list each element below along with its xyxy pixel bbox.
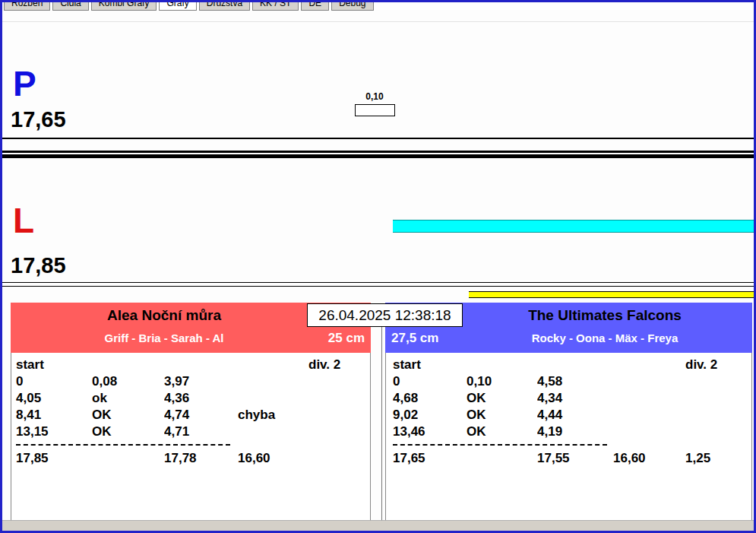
tab-de[interactable]: DE (301, 2, 329, 11)
cell: OK (467, 424, 537, 439)
cell: 4,05 (16, 391, 92, 406)
team-right-category: 27,5 cm (391, 331, 438, 346)
tab-kk-st[interactable]: KK / ST (252, 2, 299, 11)
tab-cidla[interactable]: Čidla (52, 2, 88, 11)
table-row: start div. 2 (11, 357, 370, 373)
table-row: 4,05 ok 4,36 (11, 390, 370, 407)
divider-band (2, 154, 754, 158)
cell: OK (92, 424, 164, 439)
cell: 0 (16, 374, 92, 389)
cell: 4,44 (537, 408, 613, 423)
cell: 13,46 (393, 424, 467, 439)
team-left-table: start div. 2 0 0,08 3,97 4,05 ok 4,36 8,… (11, 353, 371, 520)
graph-top-divider (2, 21, 754, 22)
tab-label: Gráfy (166, 2, 188, 8)
cell: 4,74 (164, 408, 238, 423)
cell: 8,41 (16, 408, 92, 423)
table-row: 9,02 OK 4,44 (386, 407, 751, 424)
team-left-members: Griff - Bria - Sarah - Al (11, 332, 318, 344)
secondary-progress-bar (469, 291, 754, 298)
cell: OK (92, 408, 164, 423)
tab-label: DE (308, 2, 321, 8)
cell: 9,02 (393, 408, 467, 423)
tab-debug[interactable]: Debug (331, 2, 373, 11)
tab-label: Kombi Gráfy (99, 2, 150, 8)
app-window: Rozběh Čidla Kombi Gráfy Gráfy Družstva … (0, 0, 756, 533)
tab-label: Debug (339, 2, 365, 8)
tab-druzstva[interactable]: Družstva (199, 2, 250, 11)
cell: start (393, 357, 467, 373)
tab-bar: Rozběh Čidla Kombi Gráfy Gráfy Družstva … (4, 2, 752, 10)
cell: 4,58 (537, 374, 613, 389)
cell: div. 2 (308, 357, 370, 373)
cell: 4,71 (164, 424, 238, 439)
divider-line (2, 282, 754, 283)
cell: 4,34 (537, 391, 613, 406)
divider-line (2, 286, 754, 287)
divider-band (2, 151, 754, 153)
cell: start (16, 357, 92, 373)
lane-l-progress-bar (393, 220, 754, 233)
table-row: 8,41 OK 4,74 chyba (11, 407, 370, 424)
lane-l-time: 17,85 (11, 255, 66, 277)
tab-rozbeh[interactable]: Rozběh (4, 2, 50, 11)
cell: 4,68 (393, 391, 467, 406)
table-row: 0 0,10 4,58 (386, 373, 751, 390)
table-row: 0 0,08 3,97 (11, 373, 370, 390)
table-row: 13,15 OK 4,71 (11, 424, 370, 440)
marker-value-label: 0,10 (355, 91, 394, 102)
cell: 17,85 (16, 451, 92, 466)
cell: 0,08 (92, 374, 164, 389)
cell: OK (467, 408, 537, 423)
totals-separator (393, 444, 607, 446)
team-right-table: start div. 2 0 0,10 4,58 4,68 OK 4,34 9,… (385, 353, 752, 520)
tab-grafy[interactable]: Gráfy (159, 2, 196, 11)
cell: 0 (393, 374, 467, 389)
team-left-name: Alea Noční můra (11, 303, 318, 324)
table-row: 4,68 OK 4,34 (386, 390, 751, 407)
cell: 17,78 (164, 451, 238, 466)
cell: 16,60 (613, 451, 685, 466)
cell: 17,55 (537, 451, 613, 466)
cell: 4,19 (537, 424, 613, 439)
team-left-category: 25 cm (328, 331, 365, 346)
cell: 4,36 (164, 391, 238, 406)
tab-label: Čidla (60, 2, 81, 8)
cell: OK (467, 391, 537, 406)
cell: 13,15 (16, 424, 92, 439)
tab-label: Družstva (207, 2, 242, 8)
table-row: 13,46 OK 4,19 (386, 424, 751, 440)
totals-separator (16, 444, 230, 446)
status-bar (2, 520, 754, 531)
panel-divider (381, 327, 382, 521)
lane-l-letter: L (13, 203, 34, 238)
lane-p-time: 17,65 (11, 109, 66, 131)
marker-box (355, 104, 395, 116)
cell: 3,97 (164, 374, 238, 389)
tab-label: KK / ST (260, 2, 291, 8)
cell: 0,10 (467, 374, 537, 389)
table-row-totals: 17,65 17,55 16,60 1,25 (386, 450, 751, 467)
lane-p-letter: P (13, 66, 36, 101)
divider-line (2, 138, 754, 139)
timestamp: 26.04.2025 12:38:18 (307, 303, 463, 327)
cell: chyba (238, 408, 308, 423)
cell: div. 2 (685, 357, 751, 373)
cell: 16,60 (238, 451, 308, 466)
cell: ok (92, 391, 164, 406)
cell: 1,25 (685, 451, 751, 466)
team-right-members: Rocky - Oona - Mäx - Freya (457, 332, 752, 344)
tab-kombi-grafy[interactable]: Kombi Gráfy (91, 2, 157, 11)
cell: 17,65 (393, 451, 467, 466)
table-row-totals: 17,85 17,78 16,60 (11, 450, 370, 467)
table-row: start div. 2 (386, 357, 751, 373)
tab-label: Rozběh (11, 2, 43, 8)
